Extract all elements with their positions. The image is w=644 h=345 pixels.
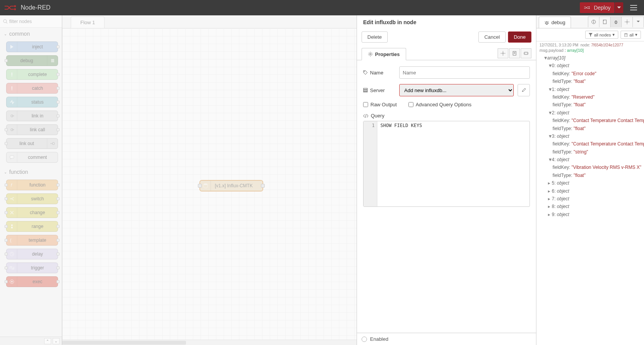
palette-footer: ⌃ ⌄ bbox=[0, 337, 62, 345]
palette-node-catch[interactable]: catch bbox=[6, 83, 58, 94]
debug-msg-header: 12/7/2021, 3:13:20 PM node: 7f654b1f24e1… bbox=[539, 43, 641, 47]
properties-tab[interactable]: Properties bbox=[362, 48, 406, 60]
sidebar-info-button[interactable] bbox=[588, 17, 599, 27]
svg-line-8 bbox=[6, 22, 7, 23]
node-description-button[interactable] bbox=[509, 48, 520, 58]
debug-filter-button[interactable]: all nodes ▾ bbox=[585, 31, 618, 39]
sidebar-config-button[interactable] bbox=[621, 17, 633, 27]
svg-point-0 bbox=[14, 5, 16, 7]
sidebar: debug all nodes ▾ all ▾ bbox=[536, 15, 644, 345]
done-button[interactable]: Done bbox=[508, 31, 531, 43]
svg-point-2 bbox=[589, 7, 590, 8]
trigger-icon bbox=[7, 263, 17, 273]
server-select[interactable]: Add new influxdb... bbox=[399, 84, 514, 96]
debug-clear-button[interactable]: all ▾ bbox=[621, 31, 641, 39]
svg-line-34 bbox=[369, 55, 370, 56]
palette-node-inject[interactable]: inject bbox=[6, 41, 58, 52]
debug-msg-path: msg.payload : array[10] bbox=[539, 48, 641, 53]
palette-collapse-button[interactable]: ⌃ bbox=[44, 338, 51, 344]
palette-node-link-call[interactable]: link call bbox=[6, 124, 58, 135]
comment-icon bbox=[7, 152, 17, 162]
palette-node-complete[interactable]: complete bbox=[6, 69, 58, 80]
editor-footer: Enabled bbox=[357, 333, 536, 345]
editor-title: Edit influxdb in node bbox=[357, 15, 536, 29]
query-label: Query bbox=[363, 113, 530, 119]
palette-node-link-in[interactable]: link in bbox=[6, 111, 58, 121]
sidebar-debug-button[interactable] bbox=[610, 17, 622, 27]
flow-tab[interactable]: Flow 1 bbox=[71, 17, 105, 28]
debug-icon bbox=[47, 56, 58, 66]
svg-text:{: { bbox=[10, 238, 12, 243]
deploy-button[interactable]: Deploy bbox=[580, 2, 614, 13]
link-in-icon bbox=[7, 111, 17, 121]
status-icon bbox=[7, 97, 17, 107]
sidebar-help-button[interactable] bbox=[599, 17, 611, 27]
edit-server-button[interactable] bbox=[518, 84, 530, 96]
palette-node-exec[interactable]: exec bbox=[6, 276, 58, 287]
palette-node-delay[interactable]: delay bbox=[6, 249, 58, 259]
svg-point-46 bbox=[527, 53, 528, 54]
link-call-icon bbox=[7, 125, 17, 135]
function-icon: f bbox=[7, 180, 17, 190]
main-menu-button[interactable] bbox=[627, 2, 640, 13]
palette-node-template[interactable]: { template bbox=[6, 235, 58, 246]
palette-node-status[interactable]: status bbox=[6, 97, 58, 107]
range-icon bbox=[7, 221, 17, 231]
palette-node-link-out[interactable]: link out bbox=[6, 138, 58, 149]
adv-query-checkbox[interactable]: Advanced Query Options bbox=[408, 102, 471, 107]
svg-rect-6 bbox=[630, 10, 637, 10]
code-icon bbox=[363, 114, 368, 118]
chevron-down-icon: ▾ bbox=[612, 32, 615, 37]
delete-button[interactable]: Delete bbox=[362, 31, 388, 43]
debug-tree[interactable]: ▼array[10]▼0: objectfieldKey: "Error cod… bbox=[539, 54, 641, 218]
svg-line-53 bbox=[545, 21, 545, 22]
deploy-dropdown[interactable] bbox=[615, 2, 623, 13]
svg-rect-48 bbox=[363, 88, 367, 89]
svg-text:f: f bbox=[11, 183, 12, 187]
palette-category-function[interactable]: ⌄function bbox=[0, 166, 62, 178]
enabled-toggle[interactable] bbox=[362, 337, 367, 342]
palette-node-function[interactable]: f function bbox=[6, 180, 58, 190]
svg-rect-14 bbox=[12, 86, 12, 89]
svg-point-27 bbox=[370, 53, 371, 55]
svg-point-63 bbox=[626, 21, 628, 23]
svg-rect-20 bbox=[11, 224, 13, 226]
search-icon bbox=[3, 19, 8, 24]
flow-node-label: [v1.x] Influx-CMTK bbox=[211, 183, 257, 188]
flow-canvas[interactable]: [v1.x] Influx-CMTK bbox=[62, 28, 357, 340]
query-editor[interactable]: 1 SHOW FIELD KEYS bbox=[363, 121, 530, 207]
trash-icon bbox=[624, 33, 628, 37]
palette-node-change[interactable]: change bbox=[6, 207, 58, 218]
flow-node-influx[interactable]: [v1.x] Influx-CMTK bbox=[199, 180, 263, 191]
workspace-scrollbar[interactable] bbox=[62, 340, 357, 345]
query-input[interactable]: SHOW FIELD KEYS bbox=[377, 121, 529, 206]
cancel-button[interactable]: Cancel bbox=[478, 31, 505, 43]
app-title: Node-RED bbox=[21, 4, 50, 11]
pencil-icon bbox=[521, 88, 526, 92]
palette-node-trigger[interactable]: trigger bbox=[6, 262, 58, 273]
svg-line-54 bbox=[548, 21, 549, 22]
gear-icon bbox=[368, 52, 373, 56]
debug-tab[interactable]: debug bbox=[539, 17, 571, 28]
svg-line-35 bbox=[372, 53, 372, 53]
code-gutter: 1 bbox=[363, 121, 377, 206]
svg-point-36 bbox=[502, 53, 504, 54]
palette: ⌄common inject debug complete catch bbox=[0, 15, 62, 345]
palette-expand-button[interactable]: ⌄ bbox=[53, 338, 60, 344]
svg-point-1 bbox=[14, 8, 16, 10]
database-icon bbox=[200, 181, 211, 191]
raw-output-checkbox[interactable]: Raw Output bbox=[363, 102, 397, 107]
name-input[interactable] bbox=[399, 66, 530, 79]
sidebar-dropdown-button[interactable] bbox=[632, 17, 644, 27]
svg-rect-15 bbox=[12, 89, 12, 90]
node-settings-button[interactable] bbox=[498, 48, 508, 58]
flow-tabs: Flow 1 bbox=[62, 15, 357, 28]
inject-icon bbox=[7, 42, 17, 52]
palette-node-debug[interactable]: debug bbox=[6, 55, 58, 66]
palette-node-switch[interactable]: switch bbox=[6, 193, 58, 204]
palette-category-common[interactable]: ⌄common bbox=[0, 28, 62, 40]
palette-node-range[interactable]: range bbox=[6, 221, 58, 232]
palette-node-comment[interactable]: comment bbox=[6, 152, 58, 163]
node-appearance-button[interactable] bbox=[521, 48, 531, 58]
palette-search-input[interactable] bbox=[9, 19, 61, 24]
